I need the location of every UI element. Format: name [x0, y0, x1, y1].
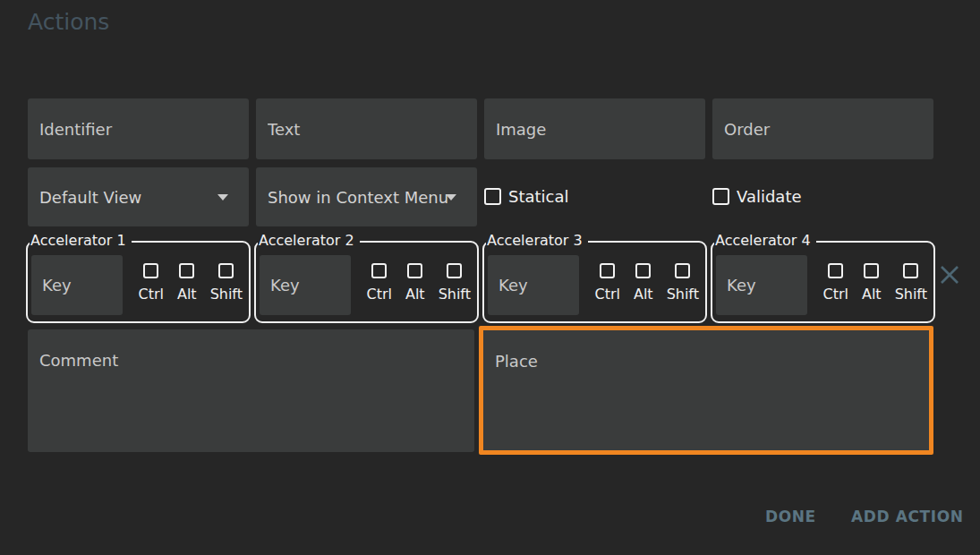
close-icon[interactable] [939, 264, 960, 286]
statical-checkbox[interactable] [484, 188, 501, 205]
alt-checkbox[interactable] [635, 263, 651, 278]
page-title: Actions [28, 9, 109, 35]
accelerator-4-fieldset: Accelerator 4 Ctrl Alt Shift [711, 241, 935, 323]
chevron-down-icon [446, 194, 456, 201]
accelerator-2-shift[interactable]: Shift [439, 263, 471, 303]
order-input[interactable] [712, 98, 933, 159]
context-menu-select-value: Show in Context Menu [256, 188, 448, 207]
shift-label: Shift [210, 286, 243, 303]
statical-checkbox-row[interactable]: Statical [484, 184, 569, 209]
image-input[interactable] [484, 98, 705, 159]
accelerator-1-alt[interactable]: Alt [177, 263, 197, 303]
comment-textarea[interactable] [28, 329, 474, 452]
alt-checkbox[interactable] [179, 263, 194, 278]
accelerator-4-alt[interactable]: Alt [862, 263, 882, 303]
statical-label: Statical [508, 187, 569, 206]
accelerator-1-legend: Accelerator 1 [30, 232, 132, 249]
validate-checkbox[interactable] [712, 188, 729, 205]
place-highlight-border [479, 326, 933, 455]
accelerator-1-key-input[interactable] [31, 255, 123, 315]
view-select-value: Default View [28, 188, 141, 207]
accelerator-1-modifiers: Ctrl Alt Shift [138, 263, 243, 303]
ctrl-checkbox[interactable] [828, 263, 843, 278]
accelerator-4-legend: Accelerator 4 [714, 232, 816, 249]
shift-checkbox[interactable] [903, 263, 918, 278]
alt-label: Alt [177, 286, 197, 303]
add-action-button[interactable]: ADD ACTION [851, 508, 964, 525]
place-textarea[interactable] [483, 330, 929, 450]
ctrl-checkbox[interactable] [371, 263, 387, 278]
accelerator-1-shift[interactable]: Shift [210, 263, 243, 303]
shift-label: Shift [439, 286, 471, 303]
ctrl-checkbox[interactable] [600, 263, 615, 278]
ctrl-label: Ctrl [594, 286, 619, 303]
accelerator-2-key-input[interactable] [260, 255, 351, 315]
ctrl-label: Ctrl [138, 286, 163, 303]
context-menu-select[interactable]: Show in Context Menu [256, 167, 477, 226]
accelerator-3-key-input[interactable] [488, 255, 579, 315]
shift-checkbox[interactable] [675, 263, 690, 278]
accelerator-3-shift[interactable]: Shift [667, 263, 699, 303]
alt-checkbox[interactable] [407, 263, 422, 278]
done-button[interactable]: DONE [765, 508, 816, 525]
shift-checkbox[interactable] [218, 263, 234, 278]
alt-label: Alt [862, 286, 882, 303]
accelerator-3-legend: Accelerator 3 [486, 232, 588, 249]
accelerator-4-shift[interactable]: Shift [895, 263, 927, 303]
shift-checkbox[interactable] [447, 263, 462, 278]
accelerator-2-fieldset: Accelerator 2 Ctrl Alt Shift [254, 241, 479, 323]
alt-label: Alt [405, 286, 425, 303]
accelerator-1-ctrl[interactable]: Ctrl [138, 263, 163, 303]
view-select[interactable]: Default View [28, 167, 249, 226]
validate-checkbox-row[interactable]: Validate [712, 184, 802, 209]
text-input[interactable] [256, 98, 477, 159]
accelerator-2-ctrl[interactable]: Ctrl [366, 263, 391, 303]
chevron-down-icon [217, 194, 228, 201]
accelerator-1-fieldset: Accelerator 1 Ctrl Alt Shift [26, 241, 251, 323]
accelerator-4-modifiers: Ctrl Alt Shift [822, 263, 927, 303]
accelerator-4-key-input[interactable] [716, 255, 807, 315]
ctrl-label: Ctrl [366, 286, 391, 303]
ctrl-label: Ctrl [822, 286, 848, 303]
accelerator-4-ctrl[interactable]: Ctrl [822, 263, 848, 303]
accelerator-2-legend: Accelerator 2 [258, 232, 360, 249]
accelerator-3-alt[interactable]: Alt [634, 263, 653, 303]
validate-label: Validate [737, 187, 802, 206]
alt-checkbox[interactable] [864, 263, 879, 278]
alt-label: Alt [634, 286, 653, 303]
shift-label: Shift [895, 286, 927, 303]
actions-dialog: Actions Default View Show in Context Men… [0, 0, 980, 555]
identifier-input[interactable] [28, 98, 249, 159]
accelerator-3-modifiers: Ctrl Alt Shift [594, 263, 699, 303]
ctrl-checkbox[interactable] [143, 263, 158, 278]
shift-label: Shift [667, 286, 699, 303]
accelerator-3-fieldset: Accelerator 3 Ctrl Alt Shift [482, 241, 707, 323]
accelerator-3-ctrl[interactable]: Ctrl [594, 263, 619, 303]
accelerator-2-alt[interactable]: Alt [405, 263, 425, 303]
accelerator-2-modifiers: Ctrl Alt Shift [366, 263, 471, 303]
